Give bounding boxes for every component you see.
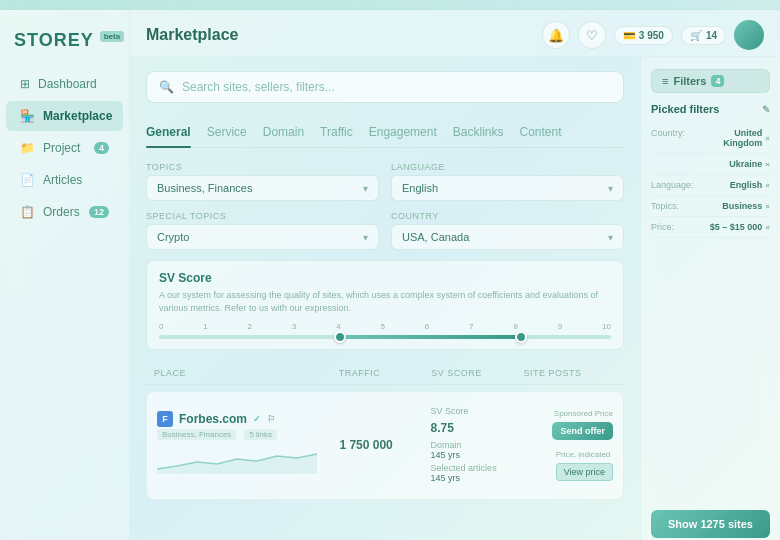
country-label: Country — [391, 211, 624, 221]
site-flag-icon: ⚐ — [267, 414, 275, 424]
edit-filters-icon[interactable]: ✎ — [762, 104, 770, 115]
filters-button[interactable]: ≡ Filters 4 — [651, 69, 770, 93]
site-domain: Forbes.com — [179, 412, 247, 426]
send-offer-button[interactable]: Send offer — [552, 422, 613, 440]
sidebar-item-articles[interactable]: 📄 Articles — [6, 165, 123, 195]
price-filter-label: Price: — [651, 222, 696, 232]
ukraine-filter-value: Ukraine × — [729, 159, 770, 169]
selected-articles-label: Selected articles — [431, 463, 522, 473]
sv-score-cell-label: SV Score — [431, 406, 522, 416]
col-header-sv-score: SV Score — [431, 368, 523, 378]
project-icon: 📁 — [20, 141, 35, 155]
table-row-content: F Forbes.com ✓ ⚐ Business, Finances 5 li… — [157, 402, 613, 483]
tab-backlinks[interactable]: Backlinks — [453, 125, 504, 147]
tab-domain[interactable]: Domain — [263, 125, 304, 147]
sponsored-label: Sponsored Price — [554, 409, 613, 418]
app-logo: SToREY — [14, 30, 94, 51]
heart-icon: ♡ — [586, 28, 598, 43]
tab-engagement[interactable]: Engagement — [369, 125, 437, 147]
country-select[interactable]: USA, Canada ▾ — [391, 224, 624, 250]
chart-svg — [157, 444, 317, 474]
filter-count-badge: 4 — [711, 75, 724, 87]
filter-item-ukraine: Ukraine × — [651, 154, 770, 175]
traffic-value: 1 750 000 — [339, 438, 392, 452]
view-price-button[interactable]: View price — [556, 463, 613, 481]
main-content-body: 🔍 General Service Domain Traffic Engagem… — [130, 57, 640, 540]
remove-language[interactable]: × — [765, 181, 770, 190]
main-area: Marketplace 🔔 ♡ 💳 3 950 🛒 — [130, 10, 780, 540]
special-topics-value: Crypto — [157, 231, 189, 243]
tab-general[interactable]: General — [146, 125, 191, 147]
cart-icon: 🛒 — [690, 30, 702, 41]
topics-arrow-icon: ▾ — [363, 183, 368, 194]
notifications-button[interactable]: 🔔 — [542, 21, 570, 49]
sidebar-item-marketplace[interactable]: 🏪 Marketplace — [6, 101, 123, 131]
sv-score-section: SV Score A our system for assessing the … — [146, 260, 624, 350]
cart-display[interactable]: 🛒 14 — [681, 26, 726, 45]
sponsored-area: Sponsored Price Send offer Price, indica… — [522, 405, 613, 481]
search-input[interactable] — [182, 80, 611, 94]
filter-item-country: Country: United Kingdom × — [651, 123, 770, 154]
picked-filters-title: Picked filters ✎ — [651, 103, 770, 115]
country-value: USA, Canada — [402, 231, 469, 243]
site-verified-icon: ✓ — [253, 414, 261, 424]
sidebar-label-dashboard: Dashboard — [38, 77, 97, 91]
beta-badge: beta — [100, 31, 124, 42]
articles-icon: 📄 — [20, 173, 35, 187]
sv-score-slider[interactable] — [159, 335, 611, 339]
bell-icon: 🔔 — [548, 28, 564, 43]
favorites-button[interactable]: ♡ — [578, 21, 606, 49]
filters-button-label: Filters — [673, 75, 706, 87]
tab-content[interactable]: Content — [520, 125, 562, 147]
language-filter-label: Language: — [651, 180, 696, 190]
topics-label: Topics — [146, 162, 379, 172]
country-filter-value: United Kingdom × — [696, 128, 770, 148]
special-topics-select[interactable]: Crypto ▾ — [146, 224, 379, 250]
project-badge: 4 — [94, 142, 109, 154]
user-avatar[interactable] — [734, 20, 764, 50]
sv-score-cell: SV Score 8.75 Domain 145 yrs Selected ar… — [431, 402, 522, 483]
sv-score-cell-value: 8.75 — [431, 421, 454, 435]
country-filter: Country USA, Canada ▾ — [391, 211, 624, 250]
site-info: F Forbes.com ✓ ⚐ Business, Finances 5 li… — [157, 411, 339, 474]
sidebar-item-project[interactable]: 📁 Project 4 — [6, 133, 123, 163]
traffic-mini-chart — [157, 444, 317, 474]
sidebar-label-orders: Orders — [43, 205, 80, 219]
slider-numbers: 012345678910 — [159, 322, 611, 331]
site-icon: F — [157, 411, 173, 427]
dashboard-icon: ⊞ — [20, 77, 30, 91]
orders-icon: 📋 — [20, 205, 35, 219]
topics-select[interactable]: Business, Finances ▾ — [146, 175, 379, 201]
right-panel: ≡ Filters 4 Picked filters ✎ Country: Un… — [640, 57, 780, 540]
domain-value: 145 yrs — [431, 450, 522, 460]
remove-ukraine[interactable]: × — [765, 160, 770, 169]
slider-thumb-right[interactable] — [515, 331, 527, 343]
col-header-place: Place — [154, 368, 339, 378]
filter-row-1: Topics Business, Finances ▾ Language Eng… — [146, 162, 624, 201]
filter-lines-icon: ≡ — [662, 75, 668, 87]
col-header-site-posts: Site posts — [524, 368, 616, 378]
page-title: Marketplace — [146, 26, 239, 44]
remove-topics[interactable]: × — [765, 202, 770, 211]
show-sites-button[interactable]: Show 1275 sites — [651, 510, 770, 538]
sidebar-item-orders[interactable]: 📋 Orders 12 — [6, 197, 123, 227]
sidebar-item-dashboard[interactable]: ⊞ Dashboard — [6, 69, 123, 99]
country-filter-label: Country: — [651, 128, 696, 138]
special-topics-arrow-icon: ▾ — [363, 232, 368, 243]
special-topics-label: Special Topics — [146, 211, 379, 221]
site-tag-category: Business, Finances — [157, 429, 236, 440]
orders-badge: 12 — [89, 206, 109, 218]
filter-item-topics: Topics: Business × — [651, 196, 770, 217]
search-bar: 🔍 — [146, 71, 624, 103]
remove-price[interactable]: × — [765, 223, 770, 232]
table-row: F Forbes.com ✓ ⚐ Business, Finances 5 li… — [146, 391, 624, 500]
language-filter: Language English ▾ — [391, 162, 624, 201]
col-header-traffic: Traffic — [339, 368, 431, 378]
slider-thumb-left[interactable] — [334, 331, 346, 343]
tab-service[interactable]: Service — [207, 125, 247, 147]
sidebar-label-marketplace: Marketplace — [43, 109, 112, 123]
credits-icon: 💳 — [623, 30, 635, 41]
language-select[interactable]: English ▾ — [391, 175, 624, 201]
tab-traffic[interactable]: Traffic — [320, 125, 353, 147]
remove-country-uk[interactable]: × — [765, 134, 770, 143]
